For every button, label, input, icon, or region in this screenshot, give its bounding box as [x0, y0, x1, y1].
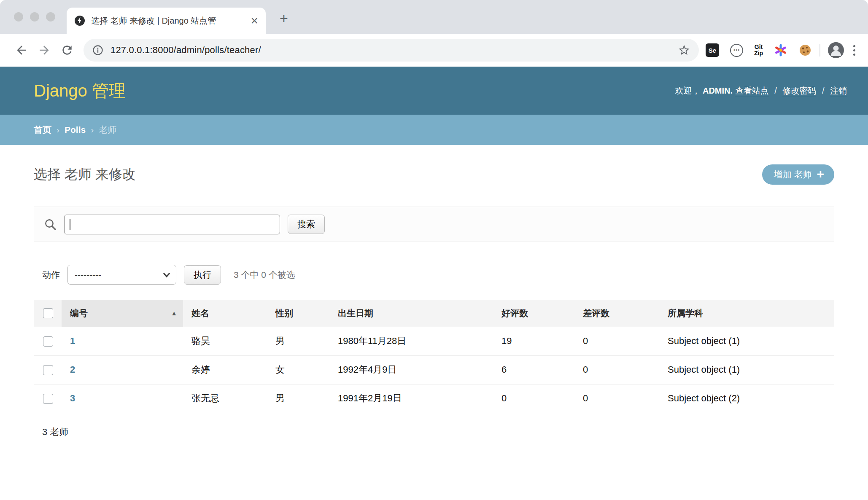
row-checkbox[interactable]	[43, 394, 53, 404]
gitzip-extension-icon[interactable]: Git Zip	[754, 44, 763, 56]
page-title: 选择 老师 来修改	[34, 165, 136, 184]
row-checkbox[interactable]	[43, 365, 53, 375]
cell-bad: 0	[574, 355, 659, 384]
breadcrumb: 首页 › Polls › 老师	[0, 115, 868, 145]
action-select[interactable]: ---------	[67, 265, 176, 285]
tab-title: 选择 老师 来修改 | Django 站点管	[91, 15, 244, 27]
breadcrumb-current: 老师	[99, 124, 116, 136]
tab-strip: 选择 老师 来修改 | Django 站点管 × +	[0, 0, 868, 34]
cell-subject: Subject object (2)	[659, 384, 834, 413]
actions-label: 动作	[42, 269, 60, 281]
link-separator: /	[822, 86, 825, 95]
sort-ascending-icon[interactable]: ▲	[171, 309, 177, 317]
text-cursor	[70, 219, 70, 230]
site-title-link[interactable]: Django 管理	[34, 79, 126, 102]
cell-subject: Subject object (1)	[659, 327, 834, 355]
table-header-row: 编号 ▲ 姓名 性别 出生日期 好评数 差评数 所属学科	[34, 300, 834, 327]
header-bad[interactable]: 差评数	[574, 300, 659, 327]
tab-favicon-icon	[74, 15, 85, 26]
browser-menu-icon[interactable]	[851, 43, 858, 58]
select-all-checkbox[interactable]	[43, 308, 53, 318]
cell-name: 张无忌	[183, 384, 267, 413]
browser-window: 选择 老师 来修改 | Django 站点管 × + 127.0.0.1:800…	[0, 0, 868, 500]
browser-tab[interactable]: 选择 老师 来修改 | Django 站点管 ×	[67, 8, 266, 34]
page-info-icon[interactable]	[92, 44, 104, 56]
result-count: 3 老师	[34, 413, 834, 453]
search-input[interactable]	[64, 215, 280, 234]
breadcrumb-home-link[interactable]: 首页	[34, 124, 51, 136]
header-id[interactable]: 编号 ▲	[62, 300, 183, 327]
chevron-down-icon	[163, 272, 170, 278]
header-name[interactable]: 姓名	[183, 300, 267, 327]
browser-toolbar: 127.0.0.1:8000/admin/polls/teacher/ Se ⋯…	[0, 34, 868, 67]
row-id-link[interactable]: 3	[70, 393, 75, 403]
search-icon	[44, 218, 57, 231]
cell-good: 6	[493, 355, 574, 384]
forward-icon[interactable]	[33, 39, 56, 62]
table-row: 2 余婷 女 1992年4月9日 6 0 Subject object (1)	[34, 355, 834, 384]
search-button[interactable]: 搜索	[288, 215, 325, 234]
table-row: 1 骆昊 男 1980年11月28日 19 0 Subject object (…	[34, 327, 834, 355]
main-content: 选择 老师 来修改 增加 老师 + 搜索 动作 ---------	[0, 164, 868, 453]
address-bar[interactable]: 127.0.0.1:8000/admin/polls/teacher/	[84, 39, 699, 62]
cell-birthday: 1980年11月28日	[329, 327, 493, 355]
tab-close-icon[interactable]: ×	[251, 14, 258, 27]
gitzip-line1: Git	[755, 43, 763, 50]
table-row: 3 张无忌 男 1991年2月19日 0 0 Subject object (2…	[34, 384, 834, 413]
admin-header: Django 管理 欢迎， ADMIN. 查看站点 / 修改密码 / 注销	[0, 67, 868, 115]
cell-bad: 0	[574, 327, 659, 355]
teacher-table: 编号 ▲ 姓名 性别 出生日期 好评数 差评数 所属学科 1 骆昊	[34, 300, 834, 413]
logout-link[interactable]: 注销	[830, 86, 847, 96]
selection-note: 3 个中 0 个被选	[234, 269, 295, 281]
breadcrumb-separator: ›	[91, 125, 94, 135]
user-tools: 欢迎， ADMIN. 查看站点 / 修改密码 / 注销	[675, 85, 847, 97]
row-id-link[interactable]: 1	[70, 336, 75, 346]
header-gender[interactable]: 性别	[267, 300, 329, 327]
selenium-extension-icon[interactable]: Se	[706, 43, 719, 57]
dots-extension-icon[interactable]: ⋯	[730, 44, 743, 57]
cookie-extension-icon[interactable]	[798, 43, 812, 57]
window-zoom-button[interactable]	[46, 12, 55, 22]
search-bar: 搜索	[34, 207, 834, 242]
pinwheel-extension-icon[interactable]	[774, 43, 787, 57]
window-minimize-button[interactable]	[30, 12, 39, 22]
header-birthday[interactable]: 出生日期	[329, 300, 493, 327]
breadcrumb-separator: ›	[57, 125, 59, 135]
cell-gender: 女	[267, 355, 329, 384]
header-good[interactable]: 好评数	[493, 300, 574, 327]
cell-gender: 男	[267, 384, 329, 413]
row-checkbox[interactable]	[43, 336, 53, 347]
cell-good: 0	[493, 384, 574, 413]
cell-birthday: 1991年2月19日	[329, 384, 493, 413]
row-id-link[interactable]: 2	[70, 364, 75, 375]
reload-icon[interactable]	[56, 39, 78, 62]
cell-subject: Subject object (1)	[659, 355, 834, 384]
action-select-value: ---------	[75, 270, 101, 280]
bookmark-star-icon[interactable]	[678, 44, 690, 56]
profile-avatar[interactable]	[828, 42, 844, 58]
cell-name: 骆昊	[183, 327, 267, 355]
username-text: ADMIN.	[703, 86, 733, 95]
cell-bad: 0	[574, 384, 659, 413]
extensions-area: Se ⋯ Git Zip	[706, 43, 812, 57]
actions-bar: 动作 --------- 执行 3 个中 0 个被选	[34, 265, 834, 285]
new-tab-button[interactable]: +	[276, 11, 291, 26]
window-controls	[14, 12, 55, 22]
back-icon[interactable]	[10, 39, 33, 62]
breadcrumb-polls-link[interactable]: Polls	[65, 125, 86, 135]
window-close-button[interactable]	[14, 12, 23, 22]
url-text[interactable]: 127.0.0.1:8000/admin/polls/teacher/	[111, 45, 678, 56]
add-teacher-button[interactable]: 增加 老师 +	[762, 164, 834, 185]
welcome-text: 欢迎，	[675, 86, 700, 95]
cell-name: 余婷	[183, 355, 267, 384]
link-separator: /	[774, 86, 777, 95]
view-site-link[interactable]: 查看站点	[735, 86, 769, 96]
cell-birthday: 1992年4月9日	[329, 355, 493, 384]
change-password-link[interactable]: 修改密码	[782, 86, 816, 96]
cell-good: 19	[493, 327, 574, 355]
cell-gender: 男	[267, 327, 329, 355]
toolbar-divider	[819, 44, 820, 56]
header-subject[interactable]: 所属学科	[659, 300, 834, 327]
add-teacher-label: 增加 老师	[774, 169, 812, 180]
go-button[interactable]: 执行	[184, 265, 221, 285]
